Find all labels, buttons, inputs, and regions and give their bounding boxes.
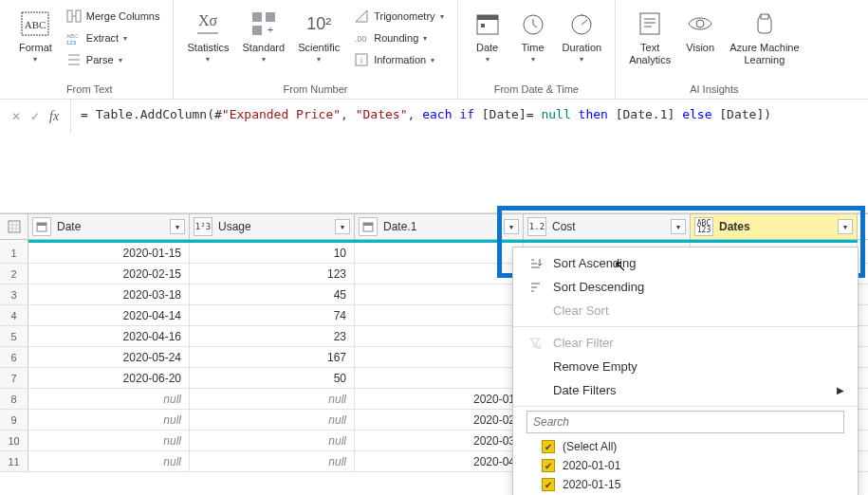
clear-filter-item: Clear Filter [513,331,858,355]
cell-date[interactable]: null [28,410,190,430]
row-number: 3 [0,284,28,304]
cell-date[interactable]: 2020-02-15 [28,264,190,284]
cell-date1[interactable] [355,284,524,304]
filter-value-item[interactable]: ✔2020-01-01 [513,456,858,475]
row-number: 7 [0,368,28,388]
filter-search[interactable] [526,411,844,433]
filter-dropdown[interactable]: ▾ [838,219,853,234]
cell-usage[interactable]: 123 [190,264,355,284]
datatype-icon[interactable]: 1²3 [194,217,212,236]
row-number: 4 [0,305,28,325]
azure-ml-button[interactable]: Azure Machine Learning [724,6,804,68]
duration-icon [568,8,595,40]
cell-usage[interactable]: 167 [190,347,355,367]
duration-button[interactable]: Duration▾ [557,6,608,65]
cell-usage[interactable]: null [190,410,355,430]
cell-date[interactable]: null [28,451,190,471]
ribbon-group-datetime: Date▾ Time▾ Duration▾ From Date & Time [458,0,617,99]
scientific-button[interactable]: 10²Scientific▾ [292,6,345,65]
sort-descending-item[interactable]: Sort Descending [513,275,858,299]
standard-button[interactable]: +Standard▾ [237,6,291,65]
cell-date1[interactable] [355,305,524,325]
cell-date[interactable]: 2020-03-18 [28,284,190,304]
rounding-button[interactable]: .00Rounding▾ [347,28,449,48]
formula-input[interactable]: = Table.AddColumn(#"Expanded Price", "Da… [71,100,868,134]
svg-rect-9 [252,26,262,35]
datatype-icon[interactable] [32,217,51,236]
date-filters-item[interactable]: Date Filters▶ [513,378,858,402]
extract-button[interactable]: ABC123Extract▾ [60,28,166,48]
filter-dropdown[interactable]: ▾ [170,219,185,234]
row-number: 2 [0,264,28,284]
column-header-date1[interactable]: Date.1▾ [355,214,524,239]
statistics-button[interactable]: ΧσStatistics▾ [181,6,234,65]
cell-date[interactable]: 2020-05-24 [28,347,190,367]
svg-rect-8 [266,12,275,22]
table-corner[interactable] [0,214,28,239]
cell-date1[interactable] [355,326,524,346]
row-number: 5 [0,326,28,346]
cell-date1[interactable]: 2020-04 [355,451,524,471]
info-button[interactable]: iInformation▾ [347,49,449,70]
cell-date1[interactable] [355,368,524,388]
cell-date1[interactable]: 2020-03 [355,431,524,450]
filter-dropdown[interactable]: ▾ [671,219,686,234]
cell-date[interactable]: null [28,389,190,409]
svg-rect-15 [477,15,498,20]
sort-ascending-item[interactable]: Sort Ascending [513,251,858,275]
cell-date[interactable]: 2020-01-15 [28,243,190,263]
text-analytics-button[interactable]: Text Analytics [623,6,676,68]
column-header-cost[interactable]: 1.2Cost▾ [524,214,691,239]
cell-date1[interactable] [355,347,524,367]
parse-button[interactable]: Parse▾ [60,49,166,70]
column-header-dates[interactable]: ABC 123Dates▾ [691,214,858,239]
cell-date1[interactable] [355,264,524,284]
cell-date1[interactable]: 2020-01 [355,389,524,409]
ribbon: ABC Format ▾ Merge Columns ABC123Extract… [0,0,868,100]
filter-value-select-all[interactable]: ✔(Select All) [513,437,858,456]
format-button[interactable]: ABC Format ▾ [13,6,58,65]
datatype-icon[interactable]: 1.2 [527,217,546,236]
cell-date1[interactable] [355,243,524,263]
checkbox-checked-icon: ✔ [542,459,555,472]
filter-dropdown[interactable]: ▾ [504,219,519,234]
date-button[interactable]: Date▾ [466,6,509,65]
svg-rect-23 [37,223,46,226]
column-header-date[interactable]: Date▾ [28,214,190,239]
merge-icon [65,8,83,25]
checkbox-checked-icon: ✔ [542,478,555,491]
cell-usage[interactable]: null [190,431,355,450]
cell-usage[interactable]: 45 [190,284,355,304]
cell-usage[interactable]: 23 [190,326,355,346]
cell-usage[interactable]: 50 [190,368,355,388]
accept-formula-icon[interactable]: ✓ [30,110,40,123]
row-number: 9 [0,410,28,430]
time-button[interactable]: Time▾ [511,6,555,65]
sort-asc-icon [526,257,544,270]
chevron-down-icon: ▾ [123,34,127,43]
cell-usage[interactable]: 10 [190,243,355,263]
cell-usage[interactable]: null [190,389,355,409]
cell-date[interactable]: null [28,431,190,450]
cell-date[interactable]: 2020-04-14 [28,305,190,325]
cell-date[interactable]: 2020-06-20 [28,368,190,388]
column-header-usage[interactable]: 1²3Usage▾ [190,214,355,239]
row-number: 10 [0,431,28,450]
trig-button[interactable]: Trigonometry▾ [347,6,449,27]
filter-dropdown[interactable]: ▾ [335,219,350,234]
cancel-formula-icon[interactable]: ✕ [11,110,21,123]
cell-usage[interactable]: 74 [190,305,355,325]
remove-empty-item[interactable]: Remove Empty [513,355,858,378]
datatype-icon[interactable]: ABC 123 [694,217,713,236]
row-number: 1 [0,243,28,263]
datatype-icon[interactable] [359,217,378,236]
merge-columns-button[interactable]: Merge Columns [60,6,166,27]
svg-rect-21 [9,221,20,232]
cell-date[interactable]: 2020-04-16 [28,326,190,346]
filter-value-item[interactable]: ✔2020-01-15 [513,475,858,494]
cell-date1[interactable]: 2020-02 [355,410,524,430]
cell-usage[interactable]: null [190,451,355,471]
fx-icon[interactable]: fx [49,109,59,124]
vision-button[interactable]: Vision [678,6,722,56]
ribbon-group-text: ABC Format ▾ Merge Columns ABC123Extract… [6,0,174,99]
